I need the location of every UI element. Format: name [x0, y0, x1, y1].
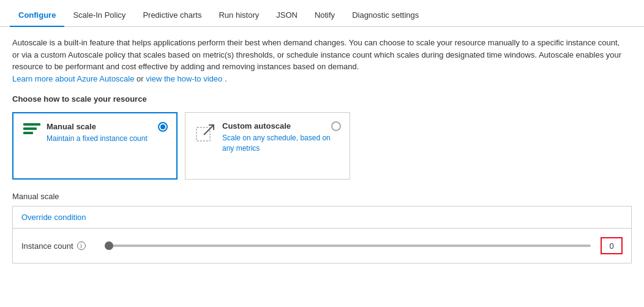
instance-count-row: Instance count i 0: [13, 229, 631, 263]
choose-scale-title: Choose how to scale your resource: [12, 94, 632, 104]
scale-cards-container: Manual scale Maintain a fixed instance c…: [12, 112, 632, 180]
manual-scale-icon: [23, 123, 40, 134]
instance-count-value-box[interactable]: 0: [601, 237, 623, 254]
custom-autoscale-radio[interactable]: [331, 121, 341, 131]
custom-autoscale-subtitle: Scale on any schedule, based on any metr…: [222, 133, 340, 154]
svg-line-1: [204, 125, 214, 135]
learn-more-link[interactable]: Learn more about Azure Autoscale: [12, 74, 134, 83]
manual-scale-body: Manual scale Maintain a fixed instance c…: [47, 122, 167, 144]
override-condition-box: Override condition Instance count i 0: [12, 206, 632, 263]
tab-run-history[interactable]: Run history: [210, 4, 268, 27]
description-text: Autoscale is a built-in feature that hel…: [12, 37, 624, 85]
radio-outer-custom: [331, 121, 341, 131]
tab-notify[interactable]: Notify: [306, 4, 343, 27]
svg-rect-0: [197, 127, 210, 141]
manual-scale-title: Manual scale: [47, 122, 167, 131]
custom-autoscale-icon: [195, 123, 216, 145]
radio-outer-manual: [158, 122, 168, 132]
main-content: Autoscale is a built-in feature that hel…: [0, 27, 644, 273]
manual-scale-subtitle: Maintain a fixed instance count: [47, 134, 167, 144]
radio-inner-manual: [160, 124, 165, 129]
manual-icon-line-2: [23, 127, 37, 130]
how-to-video-link[interactable]: view the how-to video: [146, 74, 222, 83]
custom-autoscale-card[interactable]: Custom autoscale Scale on any schedule, …: [185, 112, 350, 180]
override-condition-header: Override condition: [13, 207, 631, 229]
slider-container: [105, 244, 591, 247]
manual-scale-card[interactable]: Manual scale Maintain a fixed instance c…: [12, 112, 178, 180]
tab-diagnostic-settings[interactable]: Diagnostic settings: [343, 4, 427, 27]
tab-bar: Configure Scale-In Policy Predictive cha…: [0, 0, 644, 27]
custom-autoscale-body: Custom autoscale Scale on any schedule, …: [222, 121, 340, 154]
tab-scale-in-policy[interactable]: Scale-In Policy: [64, 4, 134, 27]
manual-scale-section-label: Manual scale: [12, 192, 632, 201]
instance-count-info-icon[interactable]: i: [77, 241, 86, 250]
tab-json[interactable]: JSON: [268, 4, 306, 27]
manual-icon-line-3: [23, 132, 33, 134]
manual-icon-line-1: [23, 123, 40, 126]
custom-autoscale-title: Custom autoscale: [222, 121, 340, 131]
instance-count-slider[interactable]: [105, 244, 591, 247]
tab-configure[interactable]: Configure: [10, 4, 64, 27]
tab-predictive-charts[interactable]: Predictive charts: [134, 4, 210, 27]
instance-count-label: Instance count i: [21, 241, 95, 251]
manual-scale-radio[interactable]: [158, 122, 168, 132]
